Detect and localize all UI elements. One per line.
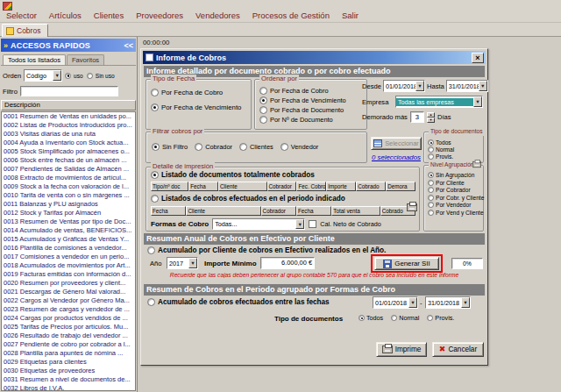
radio-option[interactable]: Por Cobr. y Cliente bbox=[428, 195, 483, 201]
column-header[interactable]: Total venta bbox=[331, 206, 380, 216]
list-item[interactable]: 0011 Balanzas y PLU asignados bbox=[2, 200, 135, 209]
demorado-input[interactable]: 3 bbox=[410, 111, 424, 123]
list-item[interactable]: 0006 Stock entre fechas de un almacén ..… bbox=[2, 156, 135, 165]
list-item[interactable]: 0008 Extracto de movimientos de artícul.… bbox=[2, 174, 135, 182]
radio-option[interactable]: Provis. bbox=[428, 153, 453, 160]
filtro-input[interactable] bbox=[20, 86, 118, 96]
chevron-down-icon[interactable] bbox=[408, 297, 417, 308]
list-item[interactable]: 0003 Visitas diarias de una ruta bbox=[2, 130, 135, 139]
close-icon[interactable] bbox=[472, 53, 484, 63]
column-header[interactable]: Tipo/nº doc bbox=[151, 182, 188, 191]
column-header[interactable]: Fecha bbox=[188, 182, 218, 191]
demorado-spinner[interactable]: ▲▼ bbox=[427, 112, 435, 123]
checkbox-icon[interactable] bbox=[309, 220, 316, 228]
tab-todos-los-listados[interactable]: Todos los listados bbox=[3, 54, 66, 65]
list-item[interactable]: 0026 Resultado de trabajo del vendedor .… bbox=[2, 331, 135, 340]
chevron-down-icon[interactable] bbox=[415, 81, 424, 91]
radio-option[interactable]: Sin uso bbox=[87, 73, 115, 79]
radio-listado-documentos[interactable]: Listado de documentos totalmente cobrado… bbox=[151, 171, 315, 179]
hasta-input[interactable]: 31/01/2018 bbox=[446, 80, 488, 92]
menu-item[interactable]: Proveedores bbox=[136, 11, 183, 20]
list-item[interactable]: 0016 Plantilla de comisiones a vendedor.… bbox=[2, 244, 135, 253]
column-header[interactable]: Demora bbox=[386, 182, 415, 191]
radio-option[interactable]: Por Nº de Documento bbox=[259, 116, 366, 124]
list-item[interactable]: 0015 Acumulados y Gráficas de Ventas Y..… bbox=[2, 235, 135, 244]
radio-option[interactable]: Por Cobrador bbox=[428, 187, 483, 193]
radio-option[interactable]: Por Fecha de Cobro bbox=[151, 89, 251, 96]
list-item[interactable]: 0002 Listas de Productos Introducidos pr… bbox=[2, 121, 135, 130]
column-header[interactable]: Cliente bbox=[218, 182, 267, 191]
empresa-select[interactable]: Todas las empresas bbox=[395, 96, 483, 108]
chevron-down-icon[interactable] bbox=[473, 96, 482, 107]
radio-listado-cobros[interactable]: Listados de cobros efectuados en el peri… bbox=[151, 195, 345, 203]
list-item[interactable]: 0014 Acumulado de ventas, BENEFICIOS... bbox=[2, 226, 135, 235]
tab-cobros[interactable]: Cobros bbox=[2, 24, 48, 37]
column-header[interactable]: Fec. Cobro bbox=[296, 182, 326, 191]
dialog-titlebar[interactable]: Informe de Cobros bbox=[143, 51, 486, 64]
ano-select[interactable]: 2017 bbox=[167, 257, 198, 269]
radio-option[interactable]: Provis. bbox=[427, 314, 454, 322]
list-item[interactable]: 0009 Stock a la fecha con valoración de … bbox=[2, 182, 135, 191]
printer-icon[interactable] bbox=[407, 203, 417, 211]
imprime-button[interactable]: Imprime bbox=[376, 342, 427, 357]
radio-option[interactable]: Por Vend y Cliente bbox=[428, 210, 483, 216]
chevron-down-icon[interactable] bbox=[295, 219, 304, 229]
column-header[interactable]: Cliente bbox=[186, 206, 260, 216]
printer-icon[interactable] bbox=[472, 161, 481, 167]
radio-option[interactable]: Clientes bbox=[239, 143, 273, 151]
list-item[interactable]: 0005 Stock Simplificado por almacenes o.… bbox=[2, 147, 135, 156]
chevron-down-icon[interactable] bbox=[188, 258, 197, 268]
desde-input[interactable]: 01/01/2018 bbox=[383, 80, 425, 92]
descripcion-header[interactable]: Descripción bbox=[1, 100, 136, 110]
column-header[interactable]: Cobrador bbox=[261, 206, 296, 216]
list-item[interactable]: 0020 Resumen por proveedores y client... bbox=[2, 279, 135, 288]
collapse-icon[interactable]: << bbox=[124, 41, 133, 50]
list-item[interactable]: 0021 Descargas de Género Mal valorad... bbox=[2, 288, 135, 296]
chevron-down-icon[interactable] bbox=[461, 297, 470, 308]
radio-option[interactable]: Por Fecha de Documento bbox=[259, 106, 366, 114]
radio-option[interactable]: Vendedor bbox=[280, 143, 319, 151]
importe-minimo-input[interactable]: 6.000,00 € bbox=[260, 257, 315, 269]
list-item[interactable]: 0001 Resumen de Ventas en unidades po... bbox=[2, 112, 135, 121]
column-header[interactable]: Fecha bbox=[296, 206, 331, 216]
radio-option[interactable]: Por Fecha de Vencimiento bbox=[151, 103, 251, 111]
seleccionar-button[interactable]: Seleccionar bbox=[371, 137, 422, 150]
column-header[interactable]: Cobrado bbox=[356, 182, 386, 191]
periodo-hasta-input[interactable]: 31/01/2018 bbox=[425, 296, 471, 309]
cancelar-button[interactable]: Cancelar bbox=[432, 342, 484, 357]
seleccionados-link[interactable]: 0 seleccionados bbox=[372, 153, 421, 161]
menu-item[interactable]: Salir bbox=[342, 11, 359, 20]
list-item[interactable]: 0017 Comisiones a vendedor en un perio..… bbox=[2, 253, 135, 261]
radio-option[interactable]: Sin Agrupación bbox=[428, 172, 483, 178]
radio-acumulado-anual[interactable]: Acumulado por Cliente de cobros en Efect… bbox=[147, 246, 386, 254]
menu-item[interactable]: Vendedores bbox=[195, 11, 240, 20]
generar-sii-button[interactable]: Generar SII bbox=[374, 257, 439, 270]
list-item[interactable]: 0012 Stock y Tarifas por Almacén bbox=[2, 209, 135, 217]
menu-item[interactable]: Procesos de Gestión bbox=[252, 11, 330, 20]
list-item[interactable]: 0030 Etiquetas de proveedores bbox=[2, 367, 135, 375]
radio-option[interactable]: Por Fecha de Vencimiento bbox=[259, 96, 366, 104]
list-item[interactable]: 0023 Resumen de cargas y vendedor de ... bbox=[2, 305, 135, 314]
menu-item[interactable]: Artículos bbox=[49, 11, 82, 20]
column-header[interactable]: Cobrador bbox=[267, 182, 297, 191]
radio-option[interactable]: Sin Filtro bbox=[152, 143, 188, 151]
radio-acumulado-periodo[interactable]: Acumulado de cobros efectuados entre las… bbox=[147, 298, 330, 306]
radio-option[interactable]: Normal bbox=[428, 146, 454, 153]
chevron-down-icon[interactable] bbox=[479, 81, 487, 91]
list-item[interactable]: 0019 Facturas emitidas con información d… bbox=[2, 270, 135, 279]
radio-option[interactable]: Normal bbox=[391, 314, 419, 322]
radio-option[interactable]: Todos bbox=[428, 139, 451, 146]
orden-select[interactable]: Código bbox=[24, 69, 62, 82]
list-item[interactable]: 0004 Ayuda a Inventario con Stock actua.… bbox=[2, 139, 135, 147]
list-item[interactable]: 0018 Acumulados de movimientos por Art..… bbox=[2, 261, 135, 270]
list-item[interactable]: 0027 Pendiente de cobro por cobrador a l… bbox=[2, 340, 135, 349]
formas-cobro-select[interactable]: Todas... bbox=[212, 218, 305, 230]
list-item[interactable]: 0022 Cargos al Vendedor por Género Ma... bbox=[2, 296, 135, 305]
radio-option[interactable]: Cobrador bbox=[195, 143, 232, 151]
list-item[interactable]: 0013 Resumen de Ventas por tipo de Doc..… bbox=[2, 217, 135, 226]
list-item[interactable]: 0029 Etiquetas para clientes bbox=[2, 358, 135, 367]
radio-option[interactable]: Por Vendedor bbox=[428, 202, 483, 208]
radio-option[interactable]: Todos bbox=[359, 314, 383, 322]
list-item[interactable]: 0031 Resumen a nivel de documentos de... bbox=[2, 375, 135, 384]
list-item[interactable]: 0025 Tarifas de Precios por artículos. M… bbox=[2, 323, 135, 331]
